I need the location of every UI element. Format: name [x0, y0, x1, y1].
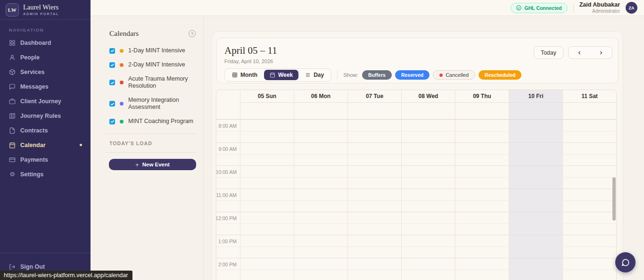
- chat-fab-button[interactable]: [615, 252, 636, 272]
- divider: [337, 70, 338, 80]
- sidebar-item-label: Services: [20, 69, 44, 75]
- calendar-list-item[interactable]: 1-Day MINT Intensive: [109, 47, 196, 54]
- check-circle-icon: [516, 5, 521, 10]
- day-column-sun[interactable]: [240, 120, 294, 280]
- grid-scrollbar-thumb[interactable]: [612, 177, 616, 221]
- filter-rescheduled-pill[interactable]: Rescheduled: [479, 70, 521, 80]
- time-label: 12:00 PM: [216, 215, 237, 221]
- view-day-label: Day: [314, 72, 324, 78]
- checkbox-checked-icon[interactable]: [109, 80, 115, 85]
- user-name: Zaid Abubakar: [579, 2, 620, 8]
- help-icon[interactable]: ?: [189, 30, 196, 37]
- sidebar: LW Laurel Wiers ADMIN PORTAL NAVIGATION …: [0, 0, 91, 280]
- brand-name: Laurel Wiers: [23, 3, 59, 11]
- next-week-button[interactable]: [590, 47, 612, 58]
- filter-buffers-pill[interactable]: Buffers: [362, 70, 392, 80]
- sidebar-item-calendar[interactable]: Calendar: [0, 138, 91, 152]
- checkbox-checked-icon[interactable]: [109, 48, 115, 54]
- sidebar-item-label: Settings: [20, 171, 43, 178]
- chevron-left-icon: [577, 50, 582, 56]
- day-header-thu[interactable]: 09 Thu: [455, 90, 509, 103]
- current-date-subtitle: Friday, April 10, 2026: [224, 58, 611, 64]
- view-day-button[interactable]: Day: [299, 70, 330, 80]
- today-button[interactable]: Today: [534, 46, 563, 59]
- time-grid-body: 8:00 AM 9:00 AM 10:00 AM 11:00 AM 12:00 …: [216, 120, 616, 280]
- all-day-row: [216, 103, 616, 120]
- time-label: 1:00 PM: [218, 239, 237, 244]
- avatar[interactable]: ZA: [626, 2, 637, 14]
- sidebar-item-contracts[interactable]: Contracts: [0, 123, 91, 138]
- day-header-fri-today[interactable]: 10 Fri: [509, 90, 562, 103]
- sidebar-item-journey-rules[interactable]: Journey Rules: [0, 108, 91, 123]
- day-column-sat[interactable]: [562, 120, 616, 280]
- all-day-cell[interactable]: [401, 103, 455, 119]
- new-event-button[interactable]: + New Event: [109, 159, 196, 170]
- day-header-wed[interactable]: 08 Wed: [401, 90, 455, 103]
- prev-week-button[interactable]: [569, 47, 590, 58]
- calendar-list-item[interactable]: 2-Day MINT Intensive: [109, 61, 196, 68]
- calendars-list: 1-Day MINT Intensive 2-Day MINT Intensiv…: [109, 47, 196, 125]
- sidebar-item-dashboard[interactable]: Dashboard: [0, 35, 91, 50]
- filter-cancelled-label: Cancelled: [446, 72, 469, 78]
- checkbox-checked-icon[interactable]: [109, 62, 115, 68]
- day-column-fri-today[interactable]: [509, 120, 562, 280]
- day-header-sat[interactable]: 11 Sat: [562, 90, 616, 103]
- time-label: 11:00 AM: [216, 192, 237, 198]
- day-header-row: 05 Sun 06 Mon 07 Tue 08 Wed 09 Thu 10 Fr…: [216, 90, 616, 103]
- view-month-button[interactable]: Month: [226, 70, 263, 80]
- all-day-cell[interactable]: [455, 103, 509, 119]
- day-column-mon[interactable]: [294, 120, 347, 280]
- all-day-cell[interactable]: [294, 103, 347, 119]
- day-list-icon: [305, 72, 311, 78]
- time-gutter-spacer: [216, 103, 240, 119]
- sidebar-item-services[interactable]: Services: [0, 65, 91, 79]
- ghl-connected-badge[interactable]: GHL Connected: [511, 3, 567, 13]
- calendar-color-dot: [120, 102, 124, 106]
- day-header-sun[interactable]: 05 Sun: [240, 90, 294, 103]
- calendar-item-label: 2-Day MINT Intensive: [128, 61, 185, 68]
- time-gutter: 8:00 AM 9:00 AM 10:00 AM 11:00 AM 12:00 …: [216, 120, 240, 280]
- gear-icon: ⚙: [9, 171, 16, 178]
- calendar-list-item[interactable]: Memory Integration Assessment: [109, 97, 196, 111]
- today-label: Today: [541, 49, 556, 56]
- all-day-cell[interactable]: [240, 103, 294, 119]
- cancelled-dot-icon: [439, 74, 443, 77]
- all-day-cell-today[interactable]: [509, 103, 562, 119]
- checkbox-checked-icon[interactable]: [109, 101, 115, 107]
- sidebar-item-people[interactable]: People: [0, 50, 91, 65]
- map-icon: [9, 113, 16, 119]
- checkbox-checked-icon[interactable]: [109, 119, 115, 124]
- day-header-tue[interactable]: 07 Tue: [347, 90, 401, 103]
- document-icon: [9, 127, 16, 134]
- day-column-wed[interactable]: [401, 120, 455, 280]
- view-week-button[interactable]: Week: [264, 70, 298, 80]
- logout-icon: [9, 264, 16, 270]
- calendar-list-item[interactable]: Acute Trauma Memory Resolution: [109, 75, 196, 90]
- calendars-panel-title: Calendars: [109, 29, 139, 38]
- filter-cancelled-pill[interactable]: Cancelled: [433, 70, 475, 80]
- sidebar-item-label: Contracts: [20, 127, 48, 134]
- day-column-thu[interactable]: [455, 120, 509, 280]
- all-day-cell[interactable]: [347, 103, 401, 119]
- calendar-item-label: MINT Coaching Program: [128, 118, 193, 125]
- user-meta: Zaid Abubakar Administrator: [579, 2, 620, 14]
- view-switcher: Month Week Day: [224, 68, 331, 82]
- sidebar-item-label: Client Journey: [20, 98, 61, 105]
- month-grid-icon: [232, 72, 238, 78]
- sidebar-item-client-journey[interactable]: Client Journey: [0, 94, 91, 108]
- sign-out-label: Sign Out: [20, 264, 45, 270]
- sidebar-item-settings[interactable]: ⚙ Settings: [0, 167, 91, 181]
- nav-menu: Dashboard People Services Messages Clien…: [0, 35, 91, 181]
- sidebar-item-messages[interactable]: Messages: [0, 79, 91, 94]
- chevron-right-icon: [598, 50, 604, 56]
- day-column-tue[interactable]: [347, 120, 401, 280]
- calendar-list-item[interactable]: MINT Coaching Program: [109, 118, 196, 125]
- sidebar-item-payments[interactable]: Payments: [0, 152, 91, 167]
- calendar-color-dot: [120, 49, 124, 53]
- status-url-tooltip: https://laurel-wiers-platform.vercel.app…: [0, 271, 132, 280]
- all-day-cell[interactable]: [562, 103, 616, 119]
- filter-reserved-pill[interactable]: Reserved: [395, 70, 429, 80]
- day-header-mon[interactable]: 06 Mon: [294, 90, 347, 103]
- credit-card-icon: [9, 156, 16, 163]
- show-filters-label: Show:: [343, 72, 358, 78]
